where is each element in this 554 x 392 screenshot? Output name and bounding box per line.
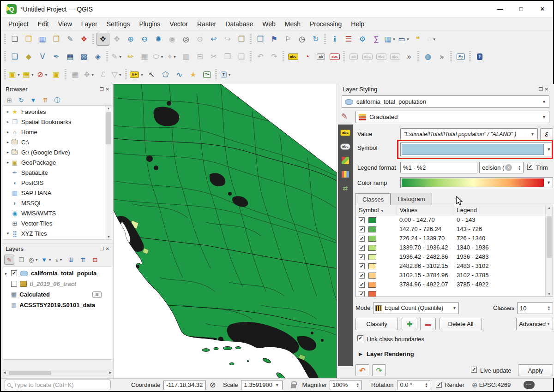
class-visibility-checkbox[interactable]	[359, 282, 365, 288]
manage-map-themes-button[interactable]: ◎▼	[28, 255, 39, 265]
select-annotation-button[interactable]: ↖	[145, 68, 158, 81]
label-toolbar-overflow-button[interactable]: »	[403, 50, 416, 63]
remove-layer-button[interactable]: ⊟	[90, 255, 100, 265]
add-text-annotation-button[interactable]: T+	[200, 68, 213, 81]
save-project-button[interactable]: ▦	[36, 33, 49, 46]
styling-layer-selector[interactable]: california_total_population ▼	[342, 95, 549, 108]
browser-item-favorites[interactable]: ▸★Favorites	[3, 107, 112, 117]
tab-classes[interactable]: Classes	[355, 193, 391, 205]
class-visibility-checkbox[interactable]	[359, 263, 365, 269]
precision-spinbox[interactable]: ecision ( ✕ ▲▼	[479, 162, 524, 173]
open-layer-styling-panel-button[interactable]: ✎	[4, 255, 14, 265]
browser-refresh-button[interactable]: ↻	[16, 95, 26, 105]
layers-hscrollbar[interactable]: ◀▶	[2, 370, 113, 375]
style-undo-button[interactable]: ↶	[355, 364, 369, 376]
layer-item-acsst5y2019-s0101-data[interactable]: ▦ACSST5Y2019.S0101_data	[3, 300, 112, 310]
browser-item-home[interactable]: ▸⌂Home	[3, 127, 112, 137]
identify-features-button[interactable]: ℹ	[328, 33, 341, 46]
class-row[interactable]: 3784.96 - 4922.073785 - 4922	[356, 279, 553, 289]
class-visibility-checkbox[interactable]	[359, 226, 365, 232]
class-visibility-checkbox[interactable]	[359, 217, 365, 223]
symbology-tab[interactable]: ✎	[339, 112, 350, 121]
precision-spin-arrows[interactable]: ▲▼	[517, 165, 521, 171]
zoom-in-button[interactable]: ⊕	[124, 33, 137, 46]
run-feature-action-button[interactable]: ☰	[342, 33, 355, 46]
class-color-swatch[interactable]	[368, 226, 376, 232]
symbol-dropdown-arrow[interactable]: ▼	[545, 143, 553, 156]
class-visibility-checkbox[interactable]	[359, 245, 365, 251]
render-checkbox[interactable]	[436, 382, 442, 388]
temporal-controller-button[interactable]: ◷	[295, 33, 308, 46]
layer-item-tl-2019-06-tract[interactable]: tl_2019_06_tract	[3, 279, 112, 289]
layer-rendering-label[interactable]: Layer Rendering	[367, 350, 414, 357]
expand-all-button[interactable]: ⇊	[66, 255, 76, 265]
trim-checkbox[interactable]	[527, 164, 533, 170]
measure-button[interactable]: ▭▼	[397, 33, 410, 46]
mode-combo[interactable]: Equal Count (Quantile) ▼	[373, 302, 459, 314]
renderer-combo[interactable]: Graduated ▼	[355, 111, 549, 123]
browser-item-g-google-drive[interactable]: ▸G:\ (Google Drive)	[3, 147, 112, 157]
highlight-pinned-labels-button[interactable]: abc	[328, 50, 341, 63]
new-map-view-button[interactable]: ❒	[235, 33, 248, 46]
toolbar-handle[interactable]	[125, 69, 127, 80]
zoom-to-layer-button[interactable]: ◎	[180, 33, 193, 46]
toolbar-handle[interactable]	[92, 34, 94, 45]
menu-view[interactable]: View	[54, 18, 77, 30]
map-tips-text-button[interactable]: T▼	[219, 68, 232, 81]
apply-button[interactable]: Apply	[518, 364, 553, 376]
layer-item-calculated[interactable]: ▦Calculated▦	[3, 289, 112, 300]
expand-arrow-icon[interactable]: ▸	[5, 150, 11, 154]
browser-item-mssql[interactable]: ◗MSSQL	[3, 198, 112, 208]
toolbar-handle[interactable]	[4, 34, 6, 45]
processing-toolbox-button[interactable]: ⚙	[356, 33, 369, 46]
layers-close-icon[interactable]: ✕	[106, 246, 109, 251]
color-ramp-widget[interactable]: ▼	[400, 177, 553, 188]
toolbar-handle[interactable]	[343, 51, 345, 62]
diagrams-tab[interactable]	[340, 170, 351, 179]
view-3d-tab[interactable]	[340, 156, 351, 165]
labels-tab[interactable]: abc	[340, 128, 351, 137]
toolbar-handle[interactable]	[4, 51, 6, 62]
maximize-button[interactable]: □	[511, 2, 532, 16]
close-button[interactable]: ✕	[532, 2, 553, 16]
browser-filter-button[interactable]: ▼	[28, 95, 38, 105]
statistics-panel-button[interactable]: ∑	[370, 33, 383, 46]
link-class-boundaries-checkbox[interactable]	[357, 335, 363, 341]
class-visibility-checkbox[interactable]	[359, 291, 365, 297]
browser-scrollbar[interactable]: ▲ ▼	[105, 106, 112, 239]
crs-status[interactable]: EPSG:4269	[479, 381, 511, 388]
save-project-as-button[interactable]: ❒	[50, 33, 63, 46]
layer-item-california-total-popula[interactable]: ▸california_total_popula	[3, 268, 112, 279]
menu-web[interactable]: Web	[258, 18, 280, 30]
menu-processing[interactable]: Processing	[305, 18, 346, 30]
class-row[interactable]: 1339.70 - 1936.421340 - 1936	[356, 243, 553, 252]
zoom-full-button[interactable]: ✺	[152, 33, 165, 46]
toolbar-handle[interactable]	[324, 34, 326, 45]
open-project-button[interactable]: ❐	[22, 33, 35, 46]
col-symbol[interactable]: Symbol	[359, 207, 379, 214]
metasearch-button[interactable]: ◍	[422, 50, 434, 63]
precision-clear-icon[interactable]: ✕	[505, 164, 512, 171]
annotation-options-button[interactable]: A✦▼	[129, 68, 144, 81]
memory-layer-indicator-icon[interactable]: ▦	[92, 291, 102, 298]
class-color-swatch[interactable]	[368, 254, 376, 260]
zoom-out-button[interactable]: ⊖	[138, 33, 151, 46]
expand-arrow-icon[interactable]: ▸	[5, 130, 11, 134]
add-group-button[interactable]: ❒	[16, 255, 26, 265]
menu-plugins[interactable]: Plugins	[134, 18, 165, 30]
menu-raster[interactable]: Raster	[193, 18, 221, 30]
class-row[interactable]: 2482.86 - 3102.152483 - 3102	[356, 261, 553, 270]
browser-item-sap-hana[interactable]: ▦SAP HANA	[3, 188, 112, 198]
classify-button[interactable]: Classify	[355, 318, 398, 330]
filter-by-expression-button[interactable]: ε▼	[54, 255, 64, 265]
web-toolbar-overflow-button[interactable]: »	[435, 50, 448, 63]
browser-item-wms-wmts[interactable]: ◉WMS/WMTS	[3, 208, 112, 218]
toolbar-handle[interactable]	[250, 51, 252, 62]
expand-arrow-icon[interactable]: ▸	[5, 140, 11, 144]
expand-arrow-icon[interactable]: ▸	[5, 119, 11, 124]
extents-toggle-icon[interactable]: ⊘	[208, 380, 217, 390]
add-polygon-annotation-button[interactable]: ⬠	[159, 68, 172, 81]
toolbar-handle[interactable]	[417, 51, 419, 62]
lock-scale-icon[interactable]	[291, 384, 296, 388]
advanced-button[interactable]: Advanced▼	[516, 318, 553, 330]
